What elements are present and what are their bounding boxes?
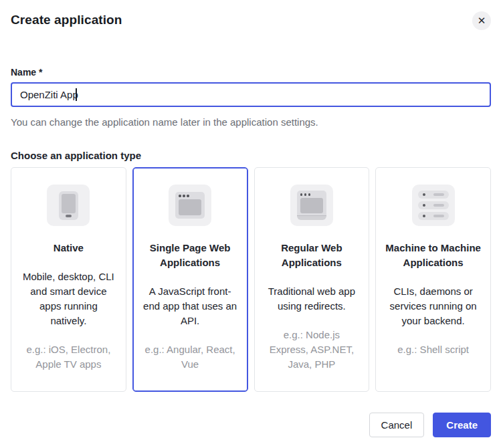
card-examples: e.g.: Node.js Express, ASP.NET, Java, PH…	[264, 328, 360, 372]
mobile-phone-icon	[47, 185, 90, 226]
card-description: A JavaScript front-end app that uses an …	[142, 284, 238, 328]
card-title: Machine to Machine Applications	[385, 241, 481, 270]
name-input-wrapper	[11, 82, 491, 107]
card-description: Mobile, desktop, CLI and smart device ap…	[21, 269, 116, 328]
close-icon: ✕	[478, 15, 486, 27]
web-server-window-icon	[290, 185, 333, 226]
card-examples: e.g.: iOS, Electron, Apple TV apps	[21, 342, 116, 372]
create-application-modal: Create application ✕ Name * You can chan…	[0, 0, 501, 448]
card-title: Native	[21, 241, 116, 255]
card-examples: e.g.: Shell script	[385, 342, 481, 357]
card-title: Single Page Web Applications	[142, 241, 238, 270]
page-title: Create application	[11, 12, 122, 28]
card-machine-to-machine[interactable]: Machine to Machine Applications CLIs, da…	[375, 167, 491, 392]
modal-header: Create application ✕	[11, 12, 491, 30]
card-description: CLIs, daemons or services running on you…	[385, 284, 481, 328]
close-button[interactable]: ✕	[472, 11, 491, 30]
card-single-page-web[interactable]: Single Page Web Applications A JavaScrip…	[132, 167, 248, 392]
card-regular-web[interactable]: Regular Web Applications Traditional web…	[254, 167, 370, 392]
name-field-label: Name *	[11, 67, 491, 78]
card-examples: e.g.: Angular, React, Vue	[142, 342, 238, 372]
application-type-cards: Native Mobile, desktop, CLI and smart de…	[11, 167, 491, 392]
required-asterisk: *	[39, 67, 42, 78]
name-help-text: You can change the application name late…	[11, 116, 491, 129]
cancel-button[interactable]: Cancel	[369, 413, 425, 437]
create-button[interactable]: Create	[433, 413, 491, 437]
application-type-label: Choose an application type	[11, 150, 491, 161]
card-native[interactable]: Native Mobile, desktop, CLI and smart de…	[11, 167, 126, 392]
card-description: Traditional web app using redirects.	[264, 284, 360, 314]
card-title: Regular Web Applications	[264, 241, 360, 270]
modal-footer: Cancel Create	[11, 413, 491, 437]
server-stack-icon	[412, 185, 455, 226]
application-name-input[interactable]	[11, 82, 491, 107]
browser-window-icon	[169, 185, 211, 226]
